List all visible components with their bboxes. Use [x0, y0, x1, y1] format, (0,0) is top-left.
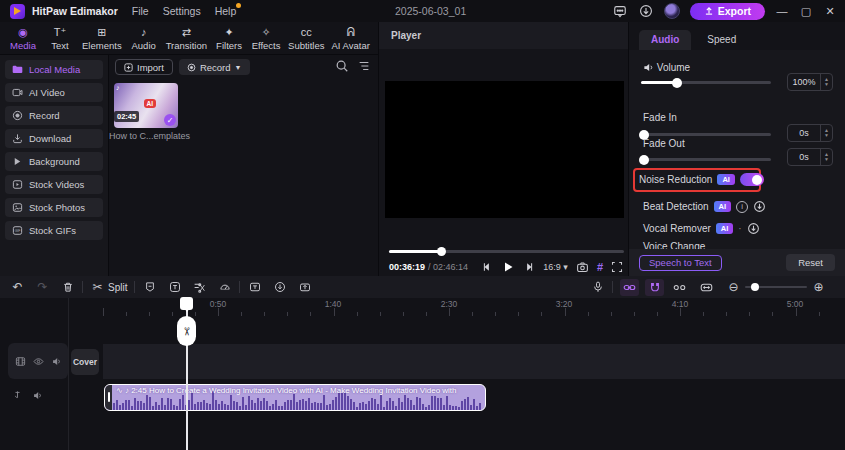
media-thumbnail[interactable]: ♪ 02:45 AI ✓	[114, 83, 178, 128]
volume-value-box[interactable]: 100% ▲▼	[787, 73, 833, 91]
split-icon[interactable]: ✂	[90, 280, 105, 295]
eye-icon[interactable]	[33, 356, 44, 367]
user-avatar[interactable]	[664, 3, 680, 19]
unlink-clips-icon[interactable]	[672, 280, 687, 295]
clip-mini-icons: ∿ ♪	[116, 386, 131, 395]
beat-detection-ai-badge: AI	[714, 201, 732, 212]
cover-button[interactable]: Cover	[71, 349, 99, 375]
tab-elements-label: Elements	[82, 40, 122, 51]
tab-effects[interactable]: ✧ Effects	[251, 26, 281, 51]
prev-frame-icon[interactable]	[482, 262, 492, 272]
zoom-in-icon[interactable]: ⊕	[811, 280, 826, 295]
trim-icon[interactable]	[192, 280, 207, 295]
tab-transition[interactable]: ⇄ Transition	[166, 26, 207, 51]
volume-stepper[interactable]: ▲▼	[820, 74, 832, 90]
tab-subtitles[interactable]: cc Subtitles	[288, 26, 324, 51]
record-icon	[12, 110, 23, 121]
noise-reduction-ai-badge: AI	[717, 174, 735, 185]
export-button[interactable]: Export	[690, 3, 765, 20]
volume-label: Volume	[657, 62, 690, 73]
playhead-split-button[interactable]: ✂	[177, 316, 196, 346]
fit-timeline-icon[interactable]	[699, 280, 714, 295]
magnet-snap-icon[interactable]	[645, 279, 664, 296]
tab-speed-settings[interactable]: Speed	[695, 30, 748, 50]
play-icon[interactable]	[502, 261, 514, 273]
tab-audio-settings[interactable]: Audio	[639, 30, 691, 50]
audio-note-icon: ♪	[141, 26, 147, 39]
sidebar-item-local-media[interactable]: Local Media	[5, 60, 103, 79]
reset-button[interactable]: Reset	[786, 254, 835, 271]
vocal-download-icon[interactable]	[747, 222, 760, 235]
search-icon[interactable]	[335, 59, 349, 73]
sidebar-item-stock-photos[interactable]: Stock Photos	[5, 198, 103, 217]
tab-audio[interactable]: ♪ Audio	[129, 26, 159, 51]
zoom-out-icon[interactable]: ⊖	[726, 280, 741, 295]
tab-ai-avatar[interactable]: ᕱ AI Avatar	[332, 26, 370, 51]
audio-clip[interactable]: ∿ ♪ 2:45 How to Create a Wedding Invitat…	[104, 384, 486, 411]
marker-icon[interactable]	[142, 280, 157, 295]
download-icon[interactable]	[638, 3, 654, 19]
voiceover-mic-icon[interactable]	[590, 280, 605, 295]
import-button[interactable]: Import	[115, 59, 173, 75]
menu-help[interactable]: Help	[215, 5, 237, 17]
playhead-handle[interactable]	[180, 297, 193, 310]
speed-icon[interactable]	[217, 280, 232, 295]
link-clips-icon[interactable]	[620, 279, 639, 296]
snapshot-icon[interactable]	[576, 261, 589, 274]
sidebar-label: Stock GIFs	[29, 225, 76, 236]
sidebar-item-stock-videos[interactable]: Stock Videos	[5, 175, 103, 194]
fade-in-stepper[interactable]: ▲▼	[820, 125, 832, 141]
download-clip-icon[interactable]	[272, 280, 287, 295]
minimize-button[interactable]: —	[775, 5, 789, 17]
close-button[interactable]: ✕	[823, 5, 837, 18]
split-label[interactable]: Split	[108, 282, 127, 293]
sidebar-item-stock-gifs[interactable]: GIF Stock GIFs	[5, 221, 103, 240]
beat-download-icon[interactable]	[753, 200, 766, 213]
tab-text[interactable]: T⁺ Text	[45, 26, 75, 51]
film-icon[interactable]	[15, 356, 26, 367]
sort-list-icon[interactable]	[357, 59, 371, 73]
menu-file[interactable]: File	[132, 5, 149, 17]
text-frame-icon[interactable]	[247, 280, 262, 295]
tab-elements[interactable]: ⊞ Elements	[82, 26, 122, 51]
speech-to-text-button[interactable]: Speech to Text	[639, 255, 722, 271]
grid-overlay-icon[interactable]: #	[597, 261, 603, 273]
fade-out-slider[interactable]	[641, 158, 771, 161]
noise-reduction-toggle[interactable]	[740, 173, 764, 186]
tab-media[interactable]: ◉ Media	[8, 26, 38, 51]
info-icon[interactable]: i	[736, 201, 748, 213]
audio-track-mic-icon[interactable]	[12, 390, 23, 401]
clip-left-handle[interactable]	[105, 385, 112, 410]
playback-progress-slider[interactable]	[389, 250, 624, 253]
audio-track-speaker-icon[interactable]	[32, 390, 43, 401]
timeline-zoom-slider[interactable]	[745, 286, 807, 288]
fade-out-stepper[interactable]: ▲▼	[820, 149, 832, 165]
total-time: / 02:46:14	[428, 262, 468, 272]
toolbar-divider	[134, 281, 135, 293]
record-dropdown-button[interactable]: Record ▼	[179, 59, 250, 75]
volume-slider[interactable]	[641, 81, 771, 84]
sidebar-item-record[interactable]: Record	[5, 106, 103, 125]
undo-icon[interactable]: ↶	[10, 280, 25, 295]
fullscreen-icon[interactable]	[611, 261, 623, 273]
fade-out-value-box[interactable]: 0s ▲▼	[787, 148, 833, 166]
track-speaker-icon[interactable]	[51, 356, 62, 367]
aspect-ratio-dropdown[interactable]: 16:9 ▾	[543, 262, 568, 272]
maximize-button[interactable]: ▢	[799, 5, 813, 18]
sidebar-item-ai-video[interactable]: AI Video	[5, 83, 103, 102]
tab-filters[interactable]: ✦ Filters	[214, 26, 244, 51]
sidebar-item-download[interactable]: Download	[5, 129, 103, 148]
menu-settings[interactable]: Settings	[163, 5, 201, 17]
sidebar-item-background[interactable]: Background	[5, 152, 103, 171]
delete-icon[interactable]	[60, 280, 75, 295]
next-frame-icon[interactable]	[524, 262, 534, 272]
fade-in-slider[interactable]	[641, 133, 771, 136]
redo-icon[interactable]: ↷	[35, 280, 50, 295]
video-track-lane[interactable]	[103, 344, 845, 379]
feedback-icon[interactable]	[612, 3, 628, 19]
export-frame-icon[interactable]	[297, 280, 312, 295]
vocal-remover-label: Vocal Remover	[643, 223, 711, 234]
text-box-icon[interactable]	[167, 280, 182, 295]
fade-in-value-box[interactable]: 0s ▲▼	[787, 124, 833, 142]
progress-knob[interactable]	[437, 247, 446, 256]
